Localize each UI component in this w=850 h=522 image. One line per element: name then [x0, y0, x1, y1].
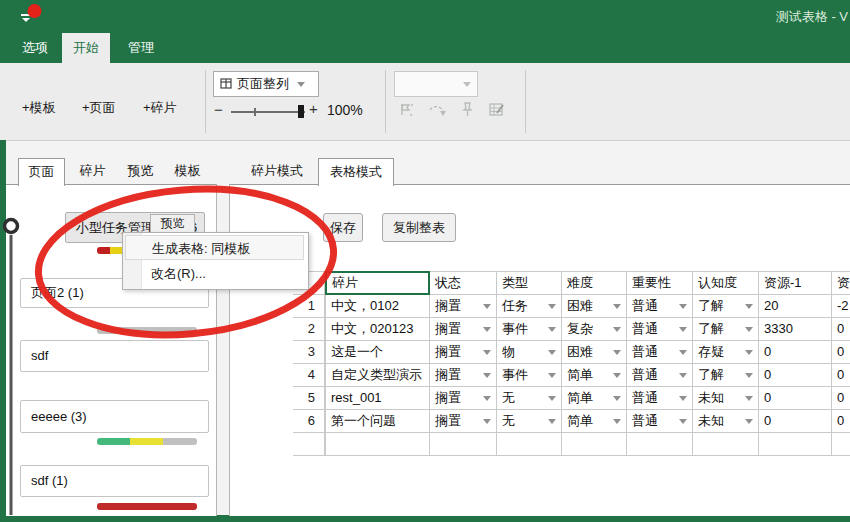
ribbon-tab-home[interactable]: 开始: [62, 33, 110, 63]
cell-difficulty-dropdown[interactable]: 困难: [562, 295, 627, 318]
chevron-down-icon: [679, 304, 687, 313]
cell-resource2[interactable]: 0: [832, 364, 850, 387]
ribbon-separator: [205, 70, 206, 133]
cell-resource2[interactable]: 0: [832, 410, 850, 433]
zoom-in-button[interactable]: +: [309, 100, 318, 117]
menu-item-rename[interactable]: 改名(R)...: [125, 261, 304, 286]
cell-importance-dropdown[interactable]: 普通: [627, 318, 693, 341]
cell-resource1[interactable]: 0: [759, 387, 832, 410]
zoom-out-button[interactable]: −: [214, 101, 223, 118]
cell-importance-dropdown[interactable]: 普通: [627, 364, 693, 387]
cell-resource2[interactable]: 0: [832, 318, 850, 341]
sidebar-tab-fragments[interactable]: 碎片: [70, 158, 115, 184]
cell-cognition-dropdown[interactable]: 存疑: [693, 341, 759, 364]
cell-cognition-dropdown[interactable]: 了解: [693, 364, 759, 387]
cell-status-dropdown[interactable]: 搁置: [430, 318, 497, 341]
cell-resource1[interactable]: 0: [759, 341, 832, 364]
sidebar-tab-preview[interactable]: 预览: [118, 158, 163, 184]
cell-type-dropdown[interactable]: 物: [497, 341, 562, 364]
column-header-resource1[interactable]: 资源-1: [759, 271, 832, 295]
page-list-item[interactable]: sdf: [20, 340, 209, 372]
cell-cognition-dropdown[interactable]: 未知: [693, 410, 759, 433]
cell-resource1[interactable]: 0: [759, 410, 832, 433]
main-tab-table-mode[interactable]: 表格模式: [318, 158, 394, 186]
chevron-down-icon: [679, 327, 687, 336]
cell-difficulty-dropdown[interactable]: 简单: [562, 387, 627, 410]
add-template-button[interactable]: +模板: [22, 97, 56, 119]
preview-button[interactable]: 预览: [150, 214, 195, 233]
cell-resource2[interactable]: -2: [832, 295, 850, 318]
cell-difficulty-dropdown[interactable]: 复杂: [562, 318, 627, 341]
chevron-down-icon: [548, 304, 556, 313]
column-header-difficulty[interactable]: 难度: [562, 271, 627, 295]
cell-status-dropdown[interactable]: 搁置: [430, 364, 497, 387]
cell-importance-dropdown[interactable]: 普通: [627, 387, 693, 410]
chevron-down-icon: [548, 419, 556, 428]
cell-difficulty-dropdown[interactable]: 困难: [562, 341, 627, 364]
cell-fragment[interactable]: 第一个问题: [325, 410, 430, 433]
cell-difficulty-dropdown[interactable]: 简单: [562, 410, 627, 433]
cell-status-dropdown[interactable]: 搁置: [430, 410, 497, 433]
cell-importance-dropdown[interactable]: 普通: [627, 295, 693, 318]
copy-table-button[interactable]: 复制整表: [382, 213, 456, 242]
cell-resource2[interactable]: 0: [832, 387, 850, 410]
page-progress-bar: [97, 438, 197, 445]
save-button[interactable]: 保存: [323, 213, 363, 242]
cell-cognition-dropdown[interactable]: 未知: [693, 387, 759, 410]
cell-fragment[interactable]: rest_001: [325, 387, 430, 410]
sidebar-tab-pages[interactable]: 页面: [18, 158, 65, 186]
cell-resource2[interactable]: 0: [832, 341, 850, 364]
zoom-slider-handle[interactable]: [298, 105, 304, 118]
cell-difficulty-dropdown[interactable]: 简单: [562, 364, 627, 387]
cell-type-dropdown[interactable]: 任务: [497, 295, 562, 318]
ribbon: +模板 +页面 +碎片 页面整列 − + 100%: [0, 63, 850, 141]
cell-type-dropdown[interactable]: 事件: [497, 364, 562, 387]
chevron-down-icon: [613, 304, 621, 313]
cell-fragment[interactable]: 中文，0102: [325, 295, 430, 318]
page-arrange-dropdown[interactable]: 页面整列: [213, 71, 319, 97]
pin-icon: [458, 101, 476, 119]
column-header-cognition[interactable]: 认知度: [693, 271, 759, 295]
cell-fragment[interactable]: 自定义类型演示: [325, 364, 430, 387]
ribbon-tab-options[interactable]: 选项: [12, 33, 58, 63]
cell-status-dropdown[interactable]: 搁置: [430, 387, 497, 410]
cell-importance-dropdown[interactable]: 普通: [627, 341, 693, 364]
chevron-down-icon: [679, 419, 687, 428]
context-menu: 生成表格: 同模板 改名(R)...: [122, 232, 309, 290]
chevron-down-icon: [297, 82, 305, 91]
sidebar-tab-templates[interactable]: 模板: [165, 158, 210, 184]
add-fragment-button[interactable]: +碎片: [143, 97, 177, 119]
cell-resource1[interactable]: 0: [759, 364, 832, 387]
page-list-item[interactable]: sdf (1): [20, 465, 209, 497]
cell-resource1[interactable]: 20: [759, 295, 832, 318]
ribbon-tab-manage[interactable]: 管理: [118, 33, 164, 63]
main-tab-fragment-mode[interactable]: 碎片模式: [244, 158, 310, 184]
cell-resource1[interactable]: 3330: [759, 318, 832, 341]
menu-item-generate-table[interactable]: 生成表格: 同模板: [125, 235, 304, 260]
cell-importance-dropdown[interactable]: 普通: [627, 410, 693, 433]
page-list-item[interactable]: eeeee (3): [20, 400, 209, 433]
quick-access-toolbar-icon[interactable]: [14, 2, 58, 28]
cell-type-dropdown[interactable]: 无: [497, 410, 562, 433]
cell-fragment[interactable]: 中文，020123: [325, 318, 430, 341]
table-header-row: 碎片 状态 类型 难度 重要性 认知度 资源-1 资: [293, 271, 850, 295]
cell-status-dropdown[interactable]: 搁置: [430, 341, 497, 364]
zoom-slider-track[interactable]: [231, 111, 305, 113]
chevron-down-icon: [483, 327, 491, 336]
cell-fragment[interactable]: 这是一个: [325, 341, 430, 364]
cell-type-dropdown[interactable]: 事件: [497, 318, 562, 341]
cell-cognition-dropdown[interactable]: 了解: [693, 318, 759, 341]
cell-cognition-dropdown[interactable]: 了解: [693, 295, 759, 318]
ribbon-separator: [525, 70, 526, 133]
page-arrange-label: 页面整列: [237, 75, 289, 93]
column-header-status[interactable]: 状态: [430, 271, 497, 295]
cell-status-dropdown[interactable]: 搁置: [430, 295, 497, 318]
chevron-down-icon: [613, 327, 621, 336]
cell-type-dropdown[interactable]: 无: [497, 387, 562, 410]
add-page-button[interactable]: +页面: [82, 97, 116, 119]
column-header-type[interactable]: 类型: [497, 271, 562, 295]
column-header-importance[interactable]: 重要性: [627, 271, 693, 295]
column-header-resource2[interactable]: 资: [832, 271, 850, 295]
column-header-fragment[interactable]: 碎片: [325, 271, 430, 295]
chevron-down-icon: [548, 350, 556, 359]
